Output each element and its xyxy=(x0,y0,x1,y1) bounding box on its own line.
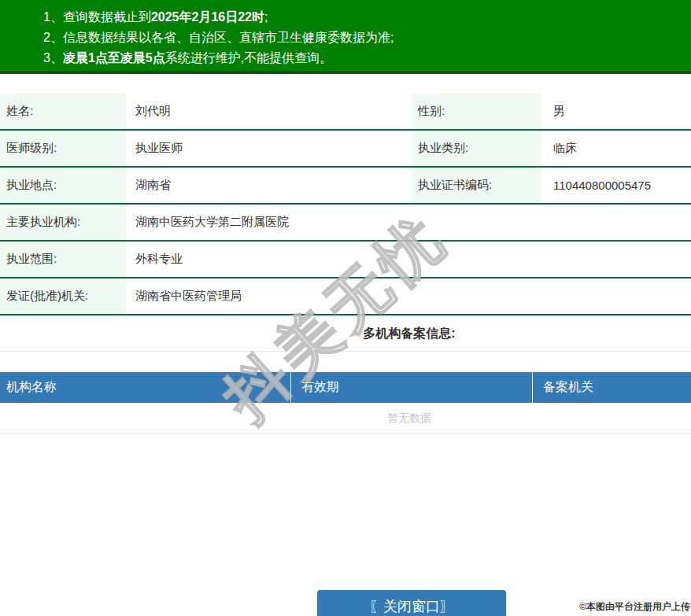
field-label-main-institution: 主要执业机构: xyxy=(0,205,126,240)
field-value-main-institution: 湖南中医药大学第二附属医院 xyxy=(126,205,691,240)
field-label-practice-scope: 执业范围: xyxy=(0,242,126,277)
field-value-name: 刘代明 xyxy=(126,94,412,129)
field-label-issuing-authority: 发证(批准)机关: xyxy=(0,278,126,314)
field-value-license-number: 110440800005475 xyxy=(541,168,691,203)
field-value-practice-location: 湖南省 xyxy=(126,168,412,203)
notice-line-3: 3、凌晨1点至凌晨5点系统进行维护,不能提供查询。 xyxy=(43,48,691,68)
field-label-practice-location: 执业地点: xyxy=(0,168,126,203)
column-header-validity-period: 有效期 xyxy=(291,372,533,403)
notice-line-2: 2、信息数据结果以各省、自治区、直辖市卫生健康委数据为准; xyxy=(43,28,691,48)
upload-credit-watermark: ©本图由平台注册用户上传 xyxy=(579,600,690,614)
close-window-button[interactable]: 〖关闭窗口〗 xyxy=(317,590,506,616)
filing-section-title: 多机构备案信息: xyxy=(0,315,691,352)
field-label-name: 姓名: xyxy=(0,94,126,129)
field-value-practice-category: 临床 xyxy=(541,131,691,166)
table-row: 执业范围: 外科专业 xyxy=(0,242,691,278)
field-value-issuing-authority: 湖南省中医药管理局 xyxy=(126,278,691,314)
table-row: 姓名: 刘代明 性别: 男 xyxy=(0,94,691,131)
field-label-practice-category: 执业类别: xyxy=(412,131,541,166)
page-viewport: 1、查询数据截止到2025年2月16日22时; 2、信息数据结果以各省、自治区、… xyxy=(0,0,691,616)
field-label-doctor-level: 医师级别: xyxy=(0,131,126,166)
field-label-license-number: 执业证书编码: xyxy=(412,168,541,203)
column-header-institution-name: 机构名称 xyxy=(0,372,291,403)
filing-table-header: 机构名称 有效期 备案机关 xyxy=(0,372,691,403)
table-row: 医师级别: 执业医师 执业类别: 临床 xyxy=(0,131,691,168)
notice-number: 3、 xyxy=(43,51,63,65)
field-value-practice-scope: 外科专业 xyxy=(126,242,691,277)
filing-table-empty-state: 暂无数据 xyxy=(0,403,691,433)
notice-number: 1、 xyxy=(43,10,63,24)
table-row: 发证(批准)机关: 湖南省中医药管理局 xyxy=(0,278,691,315)
notice-line-1: 1、查询数据截止到2025年2月16日22时; xyxy=(43,7,691,28)
field-value-doctor-level: 执业医师 xyxy=(126,131,412,166)
field-value-gender: 男 xyxy=(541,94,691,129)
notice-number: 2、 xyxy=(43,31,63,44)
doctor-profile-table: 姓名: 刘代明 性别: 男 医师级别: 执业医师 执业类别: 临床 执业地点: … xyxy=(0,94,691,315)
notice-banner: 1、查询数据截止到2025年2月16日22时; 2、信息数据结果以各省、自治区、… xyxy=(0,0,691,74)
field-label-gender: 性别: xyxy=(412,94,541,129)
table-row: 执业地点: 湖南省 执业证书编码: 110440800005475 xyxy=(0,168,691,205)
table-row: 主要执业机构: 湖南中医药大学第二附属医院 xyxy=(0,205,691,242)
column-header-filing-authority: 备案机关 xyxy=(533,372,691,403)
